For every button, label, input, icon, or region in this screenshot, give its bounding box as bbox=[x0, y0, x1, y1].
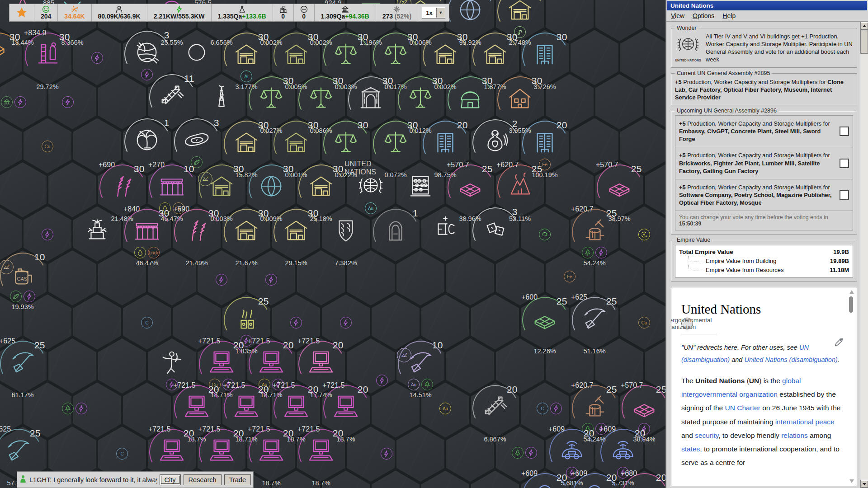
wiki-link[interactable]: United Nations (disambiguation) bbox=[744, 356, 837, 363]
vote-checkbox[interactable] bbox=[840, 127, 849, 136]
worker-count: 3 bbox=[512, 206, 518, 217]
wiki-link[interactable]: states bbox=[681, 445, 700, 453]
hex-cell[interactable] bbox=[595, 74, 643, 129]
warehouse-building-icon bbox=[282, 128, 310, 156]
hex-cell[interactable] bbox=[73, 295, 121, 350]
wiki-scroll-up-icon[interactable] bbox=[849, 290, 854, 294]
vote-checkbox[interactable] bbox=[840, 190, 849, 200]
wiki-title: United Nations bbox=[681, 302, 845, 317]
hex-tile-bricks[interactable]: 25+60012.26% bbox=[519, 292, 571, 356]
hex-cell[interactable] bbox=[471, 295, 519, 350]
bolt-icon bbox=[376, 375, 388, 386]
empire-value-row: Empire Value from Resources11.18M bbox=[678, 265, 850, 274]
research-button[interactable]: Research bbox=[184, 474, 222, 485]
hex-tile-dice[interactable]: 3 bbox=[469, 203, 521, 266]
menu-options[interactable]: Options bbox=[693, 12, 714, 19]
hex-cell[interactable] bbox=[620, 30, 668, 85]
toolbar-segment-science[interactable]: 1.335Qa+133.6B bbox=[212, 4, 273, 21]
wiki-scrollbar[interactable] bbox=[848, 290, 854, 483]
hex-tile-crest[interactable]: 7.382% bbox=[320, 204, 372, 267]
hex-tile-door[interactable]: 1 bbox=[369, 204, 422, 267]
bold-text: United Nations bbox=[695, 377, 745, 385]
pickaxe-building-icon bbox=[580, 305, 609, 333]
vote-option-2[interactable]: +5 Production, Worker Capacity and Stora… bbox=[675, 147, 853, 179]
toolbar-segment-population[interactable]: 80.09K/636.9K bbox=[92, 4, 147, 21]
hex-tile-aqueduct[interactable]: 30+84046.47%brick bbox=[121, 204, 173, 267]
game-speed-select[interactable]: 1x▼ bbox=[422, 7, 445, 19]
toolbar-segment-treasury[interactable]: 1.309Qa+94.36B bbox=[315, 4, 376, 21]
scales-building-icon bbox=[382, 128, 410, 156]
scroll-thumb[interactable] bbox=[860, 29, 868, 54]
trade-button[interactable]: Trade bbox=[224, 474, 251, 485]
bolt-icon bbox=[75, 403, 87, 414]
hex-tile-resource[interactable]: Cu bbox=[618, 291, 670, 354]
hex-tile-bricks[interactable]: 20+680 bbox=[618, 469, 670, 488]
city-button[interactable]: City bbox=[160, 474, 181, 485]
bonus-value: +721.5 bbox=[173, 381, 195, 389]
element-Au-icon: Au bbox=[439, 403, 451, 414]
vote-option-1[interactable]: +5 Production, Worker Capacity and Stora… bbox=[675, 115, 853, 147]
bonus-value: +721.5 bbox=[198, 337, 220, 345]
toolbar-segment-happiness[interactable]: 204 bbox=[34, 4, 58, 21]
toolbar-segment-pollution[interactable]: 273 (52%) bbox=[376, 4, 419, 21]
bricks-building-icon bbox=[630, 393, 658, 421]
bolt-icon bbox=[381, 448, 392, 460]
toolbar-segment-blueprint[interactable]: 0 bbox=[273, 4, 294, 21]
toolbar-segment-culture[interactable]: 34.64K bbox=[58, 4, 91, 21]
vote-countdown: 15:50:39 bbox=[679, 221, 701, 227]
hex-tile-eic[interactable] bbox=[419, 203, 472, 266]
bolt-icon bbox=[290, 317, 302, 328]
bonus-value: +680 bbox=[621, 469, 637, 478]
toolbar-segment-ban[interactable]: 0 bbox=[294, 4, 315, 21]
wiki-link[interactable]: security bbox=[695, 432, 718, 439]
bonus-value: +721.5 bbox=[297, 425, 320, 433]
vote-option-3[interactable]: +5 Production, Worker Capacity and Stora… bbox=[675, 179, 853, 211]
scroll-up-button[interactable] bbox=[860, 22, 868, 30]
hex-tile-resource[interactable] bbox=[360, 422, 413, 485]
hex-tile-resource[interactable]: Au bbox=[419, 377, 472, 440]
resource-toolbar: 20434.64K80.09K/636.9K2.21KW/555.3KW1.33… bbox=[9, 4, 449, 22]
vote-checkbox[interactable] bbox=[840, 159, 849, 168]
dice-building-icon bbox=[481, 215, 509, 243]
hex-tile-resource[interactable] bbox=[48, 377, 101, 440]
wiki-link[interactable]: UN Charter bbox=[725, 404, 760, 412]
bricks-building-icon bbox=[605, 172, 633, 200]
chevron-down-icon[interactable]: ▼ bbox=[436, 8, 445, 18]
menu-help[interactable]: Help bbox=[722, 12, 736, 19]
toolbar-segment-power[interactable]: 2.21KW/555.3KW bbox=[147, 4, 212, 21]
hex-tile-resource[interactable] bbox=[618, 203, 670, 266]
toolbar-segment-star[interactable] bbox=[9, 4, 34, 21]
window-titlebar[interactable]: United Nations bbox=[667, 1, 867, 10]
hex-tile-car[interactable]: 20+609 bbox=[568, 469, 621, 488]
hex-cell[interactable] bbox=[571, 30, 618, 85]
scroll-down-button[interactable] bbox=[860, 480, 868, 488]
svg-text:GAS: GAS bbox=[17, 276, 27, 282]
edit-pencil-icon[interactable] bbox=[834, 338, 843, 349]
empire-value-amount: 11.18M bbox=[830, 267, 849, 273]
hex-tile-gas[interactable]: 10GASzZ19.93% bbox=[0, 248, 49, 311]
tree-icon bbox=[512, 447, 524, 459]
pollution-icon bbox=[393, 5, 401, 13]
hex-tile-computer[interactable]: 20+721.518.7% bbox=[295, 424, 347, 488]
chat-message[interactable]: L1GHT: I generally look forward to it, i… bbox=[29, 476, 157, 483]
panel-scrollbar[interactable] bbox=[860, 22, 868, 488]
wiki-divider bbox=[681, 334, 717, 334]
wiki-link[interactable]: international peace bbox=[775, 418, 835, 426]
menu-view[interactable]: View bbox=[671, 12, 684, 19]
wiki-scroll-down-icon[interactable] bbox=[849, 479, 854, 483]
hex-tile-pickaxe[interactable]: 25+62551.16% bbox=[568, 292, 621, 356]
wiki-link[interactable]: relations bbox=[781, 432, 808, 439]
empire-value-groupbox: Empire Value Total Empire Value19.9BEmpi… bbox=[671, 240, 857, 282]
bonus-value: +721.5 bbox=[297, 337, 320, 345]
wonder-description: All Tier IV and V and VI buildings get +… bbox=[706, 33, 853, 64]
hex-tile-car[interactable]: 20+609 bbox=[519, 469, 571, 488]
globe-building-icon bbox=[456, 0, 484, 24]
hex-tile-resource[interactable]: Cu bbox=[21, 115, 74, 178]
resource-delta: +94.36B bbox=[345, 13, 369, 20]
blueprint-icon bbox=[279, 5, 287, 13]
wiki-scroll-thumb[interactable] bbox=[849, 296, 853, 313]
hex-tile-gardens[interactable] bbox=[71, 203, 123, 266]
empire-value-table: Total Empire Value19.9BEmpire Value from… bbox=[675, 245, 853, 277]
text-run: ( bbox=[745, 377, 749, 385]
hex-tile-pickaxe[interactable]: 25+62561.17% bbox=[0, 336, 49, 399]
